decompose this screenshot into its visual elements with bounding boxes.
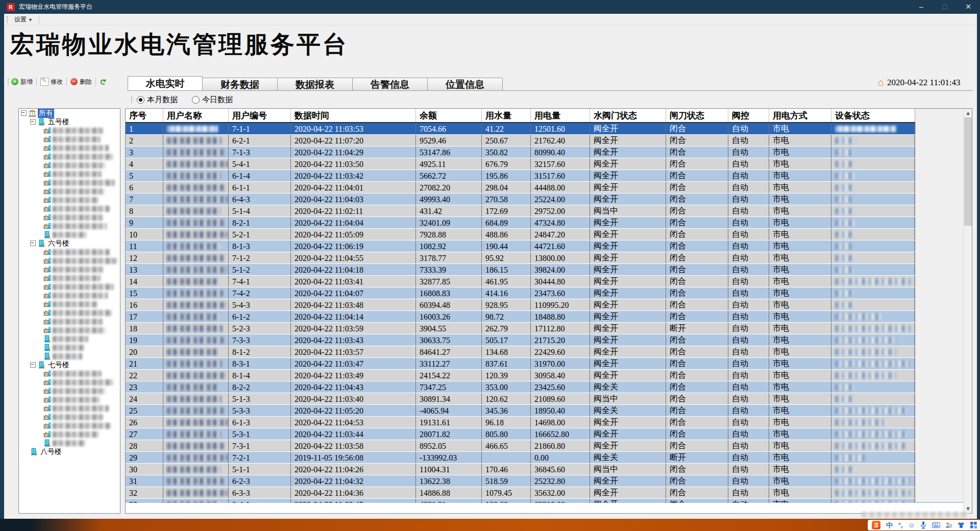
table-row-21[interactable]: 218-3-12020-04-22 11:03:4733112.27837.61… — [126, 358, 972, 370]
tree-node-user[interactable] — [19, 248, 120, 256]
column-header-11[interactable]: 用电方式 — [769, 109, 831, 122]
table-row-11[interactable]: 118-1-32020-04-22 11:06:191082.92190.444… — [126, 240, 972, 252]
column-header-6[interactable]: 用水量 — [482, 109, 531, 122]
radio-filter-1[interactable]: 本月数据 — [137, 95, 178, 105]
tree-node-user[interactable] — [19, 126, 120, 135]
column-header-8[interactable]: 水阀门状态 — [590, 109, 666, 122]
tree-node-user[interactable] — [19, 413, 120, 421]
tree-node-user[interactable] — [19, 308, 120, 317]
tree-node-user[interactable] — [19, 369, 120, 378]
tree-node-user[interactable] — [19, 196, 120, 204]
edit-button[interactable]: 修改 — [38, 76, 65, 88]
tree-collapse-icon[interactable] — [30, 119, 36, 125]
tree-node-all[interactable]: 所有 — [19, 109, 120, 117]
tree-node-user[interactable] — [19, 421, 120, 430]
tree-node-user[interactable] — [19, 256, 120, 265]
tree-node-user[interactable] — [19, 387, 120, 395]
table-row-10[interactable]: 105-2-12020-04-22 11:05:097928.88488.862… — [126, 229, 972, 240]
add-button[interactable]: + 新增 — [9, 76, 35, 88]
tree-collapse-icon[interactable] — [30, 362, 36, 368]
tree-node-user[interactable] — [19, 300, 120, 308]
tree-node-user[interactable] — [19, 317, 120, 326]
table-row-19[interactable]: 197-3-32020-04-22 11:03:4330633.75505.17… — [126, 334, 972, 346]
tree-node-user[interactable] — [19, 265, 120, 274]
vertical-scrollbar[interactable]: ▲ ▼ — [963, 109, 972, 513]
column-header-12[interactable]: 设备状态 — [831, 109, 915, 122]
tree-node-user[interactable] — [19, 152, 120, 161]
tree-node-user[interactable] — [19, 439, 120, 447]
column-header-7[interactable]: 用电量 — [531, 109, 590, 122]
column-header-9[interactable]: 闸刀状态 — [666, 109, 728, 122]
tree-node-user[interactable] — [19, 178, 120, 187]
tab-1[interactable]: 水电实时 — [128, 76, 203, 91]
table-row-12[interactable]: 127-1-22020-04-22 11:04:553178.7795.9213… — [126, 252, 972, 264]
tree-node-user[interactable] — [19, 161, 120, 170]
scroll-up-arrow[interactable]: ▲ — [964, 109, 972, 117]
tab-4[interactable]: 告警信息 — [353, 78, 428, 91]
tree-node-user[interactable] — [19, 291, 120, 300]
tree-node-user[interactable] — [19, 230, 120, 239]
table-row-5[interactable]: 56-1-42020-04-22 11:03:425662.72195.8631… — [126, 170, 972, 182]
column-header-10[interactable]: 阀控 — [728, 109, 769, 122]
microphone-icon[interactable] — [920, 521, 926, 529]
tree-node-user[interactable] — [19, 135, 120, 143]
tree-node-user[interactable] — [19, 222, 120, 230]
skin-shirt-icon[interactable] — [958, 522, 965, 528]
chinese-mode-icon[interactable]: 中 — [886, 520, 893, 530]
table-row-16[interactable]: 165-4-32020-04-22 11:03:4860394.48928.95… — [126, 299, 972, 311]
table-row-7[interactable]: 76-4-32020-04-22 11:04:0349993.40270.582… — [126, 194, 972, 205]
table-row-25[interactable]: 255-3-32020-04-22 11:05:20-4065.94345.36… — [126, 405, 972, 417]
table-row-9[interactable]: 98-2-12020-04-22 11:04:0432401.09684.894… — [126, 217, 972, 229]
table-row-30[interactable]: 305-1-12020-04-22 11:04:2611004.31170.46… — [126, 464, 972, 475]
column-header-1[interactable]: 序号 — [126, 109, 163, 122]
tree-collapse-icon[interactable] — [30, 240, 36, 246]
table-row-8[interactable]: 85-1-42020-04-22 11:02:11431.42172.69297… — [126, 205, 972, 217]
tree-node-building-2[interactable]: 六号楼 — [19, 239, 120, 248]
tree-node-user[interactable] — [19, 430, 120, 439]
menu-settings[interactable]: 设置▼ — [11, 14, 36, 25]
minimize-button[interactable]: – — [910, 0, 933, 14]
keyboard-icon[interactable] — [932, 522, 940, 528]
tab-5[interactable]: 位置信息 — [428, 78, 503, 91]
table-row-32[interactable]: 326-3-32020-04-22 11:04:3614886.881079.4… — [126, 487, 972, 499]
column-header-2[interactable]: 用户名称 — [163, 109, 229, 122]
scrollbar-thumb[interactable] — [964, 117, 972, 226]
tab-2[interactable]: 财务数据 — [203, 78, 278, 91]
tree-node-user[interactable] — [19, 187, 120, 196]
table-row-2[interactable]: 26-2-12020-04-22 11:07:209529.46250.6721… — [126, 135, 972, 147]
maximize-button[interactable]: □ — [933, 0, 957, 14]
column-header-5[interactable]: 余额 — [416, 109, 482, 122]
table-row-28[interactable]: 287-3-12020-04-22 11:03:588952.05466.652… — [126, 440, 972, 452]
punctuation-icon[interactable]: °, — [898, 520, 903, 530]
refresh-button[interactable]: ↻ — [97, 76, 108, 88]
tree-node-user[interactable] — [19, 213, 120, 222]
tree-node-user[interactable] — [19, 170, 120, 178]
clipboard-person-icon[interactable] — [945, 522, 952, 528]
table-row-20[interactable]: 208-1-22020-04-22 11:03:5784641.27134.68… — [126, 346, 972, 358]
table-row-33[interactable]: 338-4-12020-04-22 11:03:454831.31188.606… — [126, 499, 972, 503]
tree-node-user[interactable] — [19, 352, 120, 360]
column-header-3[interactable]: 用户编号 — [229, 109, 291, 122]
delete-button[interactable]: − 删除 — [68, 76, 94, 88]
tree-node-user[interactable] — [19, 204, 120, 213]
table-row-18[interactable]: 185-2-32020-04-22 11:03:593904.55262.791… — [126, 323, 972, 334]
table-row-17[interactable]: 176-1-22020-04-22 11:04:1416003.2698.721… — [126, 311, 972, 323]
table-row-6[interactable]: 66-1-12020-04-22 11:04:0127082.20298.044… — [126, 182, 972, 194]
table-row-3[interactable]: 37-1-32020-04-22 11:04:2953147.86350.828… — [126, 147, 972, 158]
tree-node-user[interactable] — [19, 378, 120, 387]
table-row-22[interactable]: 228-1-42020-04-22 11:03:4924154.22120.39… — [126, 370, 972, 381]
toolbox-grid-icon[interactable] — [970, 522, 977, 528]
tree-node-user[interactable] — [19, 143, 120, 152]
table-row-31[interactable]: 316-2-32020-04-22 11:04:3213622.38518.59… — [126, 475, 972, 487]
tree-node-building-4[interactable]: 八号楼 — [19, 447, 120, 456]
table-row-26[interactable]: 266-1-32020-04-22 11:04:5319131.6196.181… — [126, 417, 972, 428]
close-button[interactable]: ✕ — [957, 0, 980, 14]
table-row-24[interactable]: 245-1-32020-04-22 11:03:4030891.34120.62… — [126, 393, 972, 405]
table-row-23[interactable]: 238-2-22020-04-22 11:04:437347.25353.002… — [126, 381, 972, 393]
tree-node-user[interactable] — [19, 343, 120, 352]
table-row-1[interactable]: 17-1-12020-04-22 11:03:537054.6641.22125… — [126, 123, 972, 135]
table-row-13[interactable]: 135-1-22020-04-22 11:04:187333.39186.153… — [126, 264, 972, 276]
tree-node-user[interactable] — [19, 326, 120, 334]
tree-node-user[interactable] — [19, 404, 120, 413]
table-row-14[interactable]: 147-4-12020-04-22 11:03:4132877.85461.95… — [126, 276, 972, 287]
